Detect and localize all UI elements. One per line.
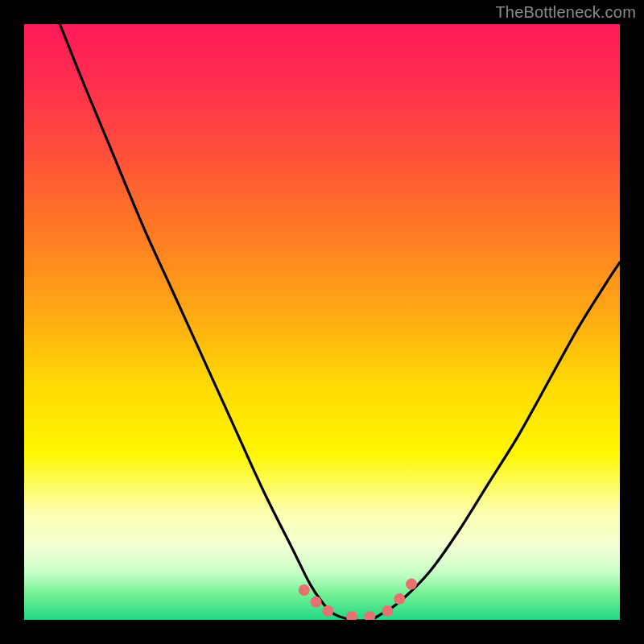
highlight-dot [394,593,405,605]
highlight-dot [346,611,357,620]
watermark-text: TheBottleneck.com [495,3,636,22]
highlight-dot [406,579,417,590]
chart-frame: TheBottleneck.com [0,0,644,644]
highlight-dot [322,605,333,617]
highlight-dot [364,611,375,620]
highlight-dot [299,584,310,596]
highlight-dot [382,605,393,617]
bottleneck-curve [24,24,620,620]
highlight-dot [311,597,322,608]
plot-area [24,24,620,620]
